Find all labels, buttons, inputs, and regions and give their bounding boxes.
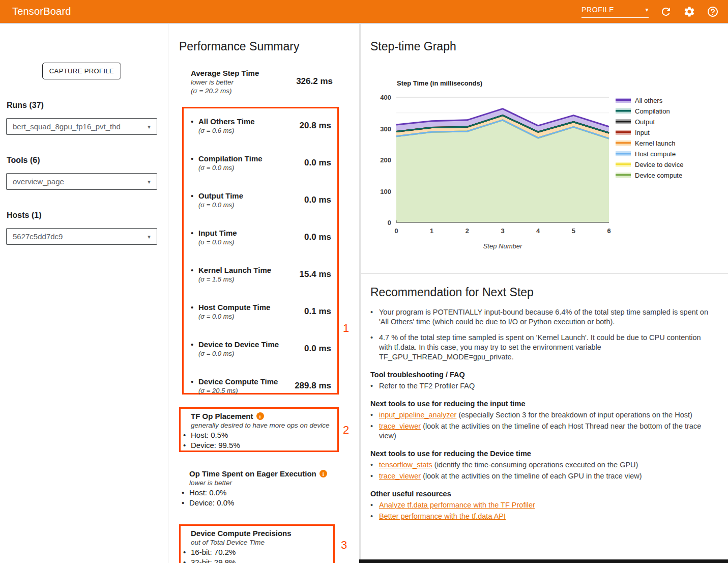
bullet-icon	[191, 377, 198, 386]
stat-item-text: Device: 99.5%	[191, 440, 240, 450]
bullet-icon	[183, 440, 191, 450]
x-tick-label: 1	[430, 227, 433, 235]
bullet-icon	[191, 265, 198, 275]
app-header: TensorBoard PROFILE ▾	[0, 0, 728, 23]
rec-bullet-text: Your program is POTENTIALLY input-bound …	[379, 307, 709, 327]
bullet-icon	[191, 340, 198, 349]
legend-label: Output	[635, 118, 655, 126]
rec-item: tensorflow_stats (identify the time-cons…	[370, 460, 726, 470]
annotation-1: 1	[343, 322, 349, 335]
stat-item-text: Device: 0.0%	[189, 498, 234, 508]
bullet-icon	[191, 191, 198, 201]
device-compute-precisions-title: Device Compute Precisions	[191, 528, 292, 538]
rec-item-text: Refer to the TF2 Profiler FAQ	[379, 382, 475, 390]
metric-label: All Others Time	[198, 117, 255, 126]
metric-value: 20.8 ms	[300, 121, 331, 131]
metric-value: 15.4 ms	[300, 269, 331, 279]
stat-item: 32-bit: 29.8%	[181, 557, 333, 563]
step-time-chart: Step Time (in milliseconds)0100200300400…	[376, 72, 712, 256]
metric-row: Host Compute Time(σ = 0.0 ms)0.1 ms	[191, 302, 331, 321]
horizontal-scrollbar[interactable]	[359, 559, 728, 563]
tf-op-placement-title: TF Op Placement	[191, 411, 253, 421]
bullet-icon	[370, 410, 379, 420]
rec-item: Better performance with the tf.data API	[370, 512, 726, 521]
x-tick-label: 4	[536, 227, 540, 235]
legend-label: Input	[635, 129, 650, 136]
y-tick-label: 0	[388, 219, 391, 227]
rec-item: input_pipeline_analyzer (especially Sect…	[370, 410, 726, 420]
x-tick-label: 6	[607, 227, 610, 235]
settings-gear-icon[interactable]	[683, 6, 695, 18]
rec-sections: Tool troubleshooting / FAQRefer to the T…	[370, 371, 726, 521]
rec-item-text: (identify the time-consuming operations …	[432, 461, 638, 469]
hosts-select[interactable]: 5627c5dd7dc9 ▾	[6, 228, 157, 245]
precision-items: 16-bit: 70.2%32-bit: 29.8%	[181, 547, 333, 563]
legend-label: Device compute	[635, 172, 682, 179]
hosts-label: Hosts (1)	[7, 211, 41, 220]
x-tick-label: 0	[394, 227, 398, 235]
metric-value: 0.0 ms	[304, 232, 331, 242]
dashboard-selector[interactable]: PROFILE ▾	[581, 6, 649, 18]
rec-link[interactable]: Analyze tf.data performance with the TF …	[379, 501, 535, 509]
legend-label: All others	[635, 97, 663, 104]
metrics-box: All Others Time(σ = 0.6 ms)20.8 msCompil…	[182, 107, 339, 395]
legend-label: Kernel launch	[635, 139, 676, 147]
reload-icon[interactable]	[660, 6, 672, 18]
rec-link[interactable]: trace_viewer	[379, 472, 421, 480]
bullet-icon	[370, 421, 379, 431]
rec-item: trace_viewer (look at the activities on …	[370, 421, 726, 441]
annotation-2: 2	[343, 424, 349, 437]
tf-op-items: Host: 0.5%Device: 99.5%	[181, 430, 337, 450]
metric-row: Device to Device Time(σ = 0.0 ms)0.0 ms	[191, 339, 331, 358]
metric-label: Compilation Time	[198, 154, 263, 163]
help-icon[interactable]	[707, 6, 719, 18]
bullet-icon	[370, 500, 379, 510]
metric-label: Input Time	[198, 228, 237, 238]
rec-item-text: (look at the activities on the timeline …	[379, 422, 701, 440]
metric-value: 0.0 ms	[304, 195, 331, 205]
stat-item-text: Host: 0.5%	[191, 430, 228, 440]
rec-link[interactable]: trace_viewer	[379, 422, 421, 430]
bullet-icon	[183, 547, 191, 557]
info-icon[interactable]: i	[319, 470, 327, 477]
metric-label: Output Time	[198, 191, 243, 201]
metric-label: Device to Device Time	[198, 340, 279, 349]
metric-value: 0.1 ms	[304, 306, 331, 317]
sidebar-divider	[168, 24, 168, 563]
device-compute-precisions-subtitle: out of Total Device Time	[191, 538, 333, 547]
bullet-icon	[370, 307, 379, 317]
hosts-selected-value: 5627c5dd7dc9	[13, 232, 63, 241]
annotation-3: 3	[341, 539, 347, 552]
stat-item-text: 32-bit: 29.8%	[191, 557, 236, 563]
x-tick-label: 3	[501, 227, 504, 235]
eager-execution-title: Op Time Spent on Eager Execution	[189, 469, 316, 478]
stat-item: Host: 0.5%	[181, 430, 337, 440]
rec-section-heading: Tool troubleshooting / FAQ	[370, 371, 726, 379]
step-time-graph-title: Step-time Graph	[370, 40, 456, 53]
average-step-time-value: 326.2 ms	[244, 76, 333, 87]
dashboard-selected-label: PROFILE	[581, 6, 614, 14]
legend-label: Compilation	[635, 107, 670, 115]
x-tick-label: 2	[465, 227, 469, 235]
rec-link[interactable]: Better performance with the tf.data API	[379, 512, 506, 520]
rec-link[interactable]: tensorflow_stats	[379, 461, 432, 469]
runs-label: Runs (37)	[7, 101, 44, 110]
rec-section-heading: Next tools to use for reducing the Devic…	[370, 449, 726, 458]
stat-item: Host: 0.0%	[179, 488, 339, 497]
rec-item-text: (especially Section 3 for the breakdown …	[456, 411, 692, 419]
x-tick-label: 5	[572, 227, 575, 235]
tools-select[interactable]: overview_page ▾	[6, 173, 157, 190]
tools-selected-value: overview_page	[13, 177, 64, 186]
metric-sigma: (σ = 0.6 ms)	[198, 126, 255, 135]
rec-link[interactable]: input_pipeline_analyzer	[379, 411, 456, 419]
capture-profile-button[interactable]: CAPTURE PROFILE	[42, 63, 121, 79]
bullet-icon	[370, 471, 379, 481]
metric-value: 0.0 ms	[304, 158, 331, 168]
right-column-divider	[361, 273, 728, 274]
bullet-icon	[191, 154, 198, 163]
y-tick-label: 400	[380, 94, 391, 101]
rec-section-heading: Other useful resources	[370, 490, 726, 498]
runs-select[interactable]: bert_squad_8gpu_fp16_pvt_thd ▾	[6, 118, 157, 135]
chart-axis-title: Step Time (in milliseconds)	[397, 79, 482, 87]
info-icon[interactable]: i	[256, 412, 264, 420]
